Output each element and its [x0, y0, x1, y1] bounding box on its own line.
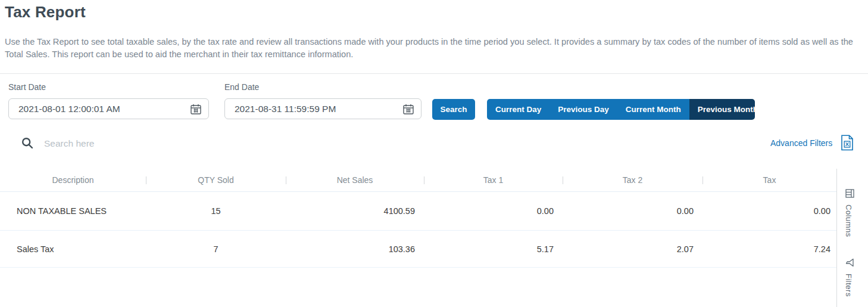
- column-header-tax[interactable]: Tax: [702, 175, 836, 185]
- column-divider: [424, 176, 424, 184]
- cell-tax2: 0.00: [563, 206, 702, 216]
- quick-range-button-group: Current Day Previous Day Current Month P…: [487, 99, 755, 120]
- columns-icon: [843, 189, 854, 198]
- filters-tab[interactable]: Filters: [844, 257, 853, 297]
- divider: [0, 73, 868, 74]
- cell-qty-sold: 15: [146, 206, 286, 216]
- column-divider: [702, 176, 703, 184]
- calendar-icon[interactable]: [191, 104, 201, 114]
- end-date-label: End Date: [224, 82, 259, 92]
- search-icon: [21, 137, 33, 151]
- table-row[interactable]: Sales Tax 7 103.36 5.17 2.07 7.24: [0, 231, 836, 268]
- current-month-button[interactable]: Current Month: [617, 99, 689, 120]
- cell-net-sales: 103.36: [286, 244, 424, 254]
- tax-report-page: Tax Report Use the Tax Report to see tot…: [0, 0, 868, 307]
- page-title: Tax Report: [5, 3, 86, 21]
- end-date-value: 2021-08-31 11:59:59 PM: [235, 104, 336, 114]
- filter-funnel-icon: [843, 258, 854, 267]
- cell-description: NON TAXABLE SALES: [0, 206, 146, 216]
- calendar-icon[interactable]: [403, 104, 414, 114]
- cell-qty-sold: 7: [146, 244, 286, 254]
- cell-tax1: 5.17: [424, 244, 563, 254]
- start-date-label: Start Date: [8, 82, 46, 92]
- filters-tab-label: Filters: [844, 274, 853, 297]
- start-date-value: 2021-08-01 12:00:01 AM: [18, 104, 120, 114]
- excel-export-icon[interactable]: X: [841, 135, 854, 153]
- search-input[interactable]: [43, 135, 260, 153]
- previous-day-button[interactable]: Previous Day: [549, 99, 617, 120]
- column-divider: [146, 176, 146, 184]
- column-header-tax2[interactable]: Tax 2: [563, 175, 702, 185]
- columns-tab[interactable]: Columns: [844, 188, 853, 237]
- cell-tax1: 0.00: [424, 206, 563, 216]
- table-row[interactable]: NON TAXABLE SALES 15 4100.59 0.00 0.00 0…: [0, 192, 836, 231]
- cell-tax: 0.00: [702, 206, 836, 216]
- cell-tax2: 2.07: [563, 244, 702, 254]
- svg-text:X: X: [845, 141, 850, 147]
- column-header-net-sales[interactable]: Net Sales: [286, 175, 424, 185]
- column-header-tax1[interactable]: Tax 1: [424, 175, 563, 185]
- cell-description: Sales Tax: [0, 244, 146, 254]
- column-header-qty-sold[interactable]: QTY Sold: [146, 175, 286, 185]
- previous-month-button[interactable]: Previous Month: [689, 99, 755, 120]
- table-header-row: Description QTY Sold Net Sales Tax 1 Tax…: [0, 169, 836, 192]
- tax-report-table: Description QTY Sold Net Sales Tax 1 Tax…: [0, 169, 836, 268]
- end-date-input[interactable]: 2021-08-31 11:59:59 PM: [224, 98, 421, 119]
- cell-net-sales: 4100.59: [286, 206, 424, 216]
- column-header-description[interactable]: Description: [0, 175, 146, 185]
- cell-tax: 7.24: [702, 244, 836, 254]
- advanced-filters-link[interactable]: Advanced Filters: [770, 138, 832, 148]
- start-date-input[interactable]: 2021-08-01 12:00:01 AM: [8, 98, 209, 119]
- column-divider: [563, 176, 563, 184]
- current-day-button[interactable]: Current Day: [487, 99, 549, 120]
- column-divider: [286, 176, 286, 184]
- columns-tab-label: Columns: [844, 204, 853, 237]
- search-button[interactable]: Search: [432, 99, 475, 120]
- table-side-panel: Columns Filters: [836, 169, 868, 307]
- page-description: Use the Tax Report to see total taxable …: [5, 36, 864, 61]
